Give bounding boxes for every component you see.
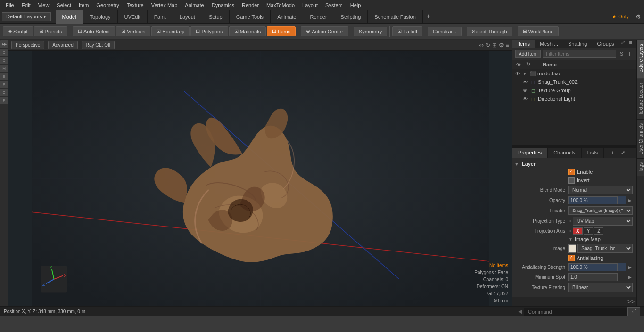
expand-bottom-icon[interactable]: >> [627, 298, 635, 305]
auto-select-button[interactable]: ⊡ Auto Select [73, 26, 115, 36]
panel-options-icon[interactable]: ≡ [627, 40, 634, 48]
projection-axis-radio[interactable]: ⚬ [568, 228, 572, 234]
item-name-snag[interactable]: Snag_Trunk_002 [538, 79, 635, 85]
visibility-icon-snag[interactable]: 👁 [522, 79, 528, 85]
materials-button[interactable]: ⊡ Materials [229, 26, 266, 36]
list-item-snag[interactable]: 👁 ◻ Snag_Trunk_002 [512, 78, 636, 86]
mode-tab-setup[interactable]: Setup [202, 10, 230, 24]
tab-shading[interactable]: Shading [563, 40, 592, 48]
advanced-button[interactable]: Advanced [48, 41, 77, 49]
visibility-icon-light[interactable]: 👁 [522, 96, 528, 102]
min-spot-input[interactable] [568, 273, 618, 281]
axis-y-button[interactable]: Y [584, 227, 594, 235]
sidebar-icon-1[interactable]: ▶▶ [0, 40, 8, 48]
visibility-icon-modo[interactable]: 👁 [514, 70, 521, 77]
viewport-icon-rotate[interactable]: ↻ [486, 42, 490, 49]
blend-mode-select[interactable]: Normal Additive Multiply [568, 186, 633, 194]
image-map-toggle[interactable]: ▼ [568, 237, 573, 242]
presets-button[interactable]: ⊞ Presets [34, 26, 67, 36]
projection-type-radio[interactable]: ⚬ [568, 219, 572, 224]
vtab-tags[interactable]: Tags [637, 158, 644, 176]
add-mode-button[interactable]: + [423, 10, 434, 24]
mode-tab-scripting[interactable]: Scripting [334, 10, 368, 24]
action-center-button[interactable]: ⊕ Action Center [301, 26, 348, 36]
tab-items[interactable]: Items [512, 40, 535, 48]
vtab-texture-layers[interactable]: Texture Layers [637, 40, 644, 79]
select-through-button[interactable]: Select Through [467, 27, 512, 36]
min-spot-arrow[interactable]: ▶ [627, 275, 633, 280]
aa-strength-input[interactable] [568, 263, 618, 271]
sidebar-icon-8[interactable]: F [0, 97, 8, 104]
viewport-icon-fit[interactable]: ⊞ [492, 42, 497, 49]
tab-channels[interactable]: Channels [548, 148, 581, 158]
constraints-button[interactable]: Constrai... [428, 27, 462, 36]
items-button[interactable]: ⊡ Items [267, 26, 296, 36]
sidebar-icon-5[interactable]: E [0, 73, 8, 80]
sculpt-button[interactable]: ◈ Sculpt [3, 26, 33, 36]
axis-z-button[interactable]: Z [594, 227, 603, 235]
mode-tab-gametools[interactable]: Game Tools [230, 10, 271, 24]
filter-items-input[interactable] [543, 50, 616, 58]
menu-texture[interactable]: Texture [123, 1, 148, 9]
opacity-arrow[interactable]: ▶ [627, 198, 633, 203]
tab-properties[interactable]: Properties [512, 148, 548, 158]
props-expand-icon[interactable]: ⤢ [618, 148, 628, 158]
menu-geometry[interactable]: Geometry [92, 1, 123, 9]
items-list[interactable]: 👁 ▼ ⬛ modo.bxo 👁 ◻ Snag_Trunk_002 👁 [512, 69, 636, 145]
menu-select[interactable]: Select [53, 1, 75, 9]
boundary-button[interactable]: ⊡ Boundary [151, 26, 190, 36]
mode-tab-layout[interactable]: Layout [173, 10, 202, 24]
sidebar-icon-4[interactable]: M [0, 65, 8, 72]
sidebar-icon-6[interactable]: P [0, 81, 8, 88]
mode-tab-model[interactable]: Model [56, 10, 83, 24]
viewport-icon-menu[interactable]: ≡ [506, 42, 509, 49]
layer-toggle-arrow[interactable]: ▼ [514, 162, 519, 167]
eye-toggle-all[interactable]: 👁 [514, 61, 523, 68]
layout-dropdown[interactable]: Default Layouts ▾ [2, 12, 51, 21]
symmetry-button[interactable]: Symmetry [354, 27, 388, 36]
list-item-texture-group[interactable]: 👁 ◻ Texture Group [512, 86, 636, 95]
menu-system[interactable]: System [322, 1, 347, 9]
viewport[interactable]: Perspective Advanced Ray GL: Off ⇔ ↻ ⊞ ⚙… [8, 40, 512, 306]
menu-layout[interactable]: Layout [298, 1, 322, 9]
command-exec-button[interactable]: ⏎ [627, 307, 640, 316]
expand-arrow-modo[interactable]: ▼ [522, 71, 527, 76]
menu-maxtomodo[interactable]: MaxToModo [263, 1, 298, 9]
mode-tab-animate[interactable]: Animate [271, 10, 303, 24]
viewport-canvas[interactable]: X Y Z No Items Polygons : Face Channels:… [8, 51, 512, 306]
viewport-icon-arrows[interactable]: ⇔ [479, 42, 484, 49]
command-input[interactable] [524, 308, 627, 316]
vertices-button[interactable]: ⊡ Vertices [116, 26, 150, 36]
bottom-arrow-left[interactable]: ◀ [516, 308, 524, 315]
menu-item[interactable]: Item [75, 1, 92, 9]
enable-checkbox[interactable] [568, 169, 575, 175]
workplane-button[interactable]: ⊞ WorkPlane [518, 26, 559, 36]
props-menu-icon[interactable]: ≡ [628, 148, 636, 158]
falloff-button[interactable]: ⊡ Falloff [392, 26, 422, 36]
menu-edit[interactable]: Edit [18, 1, 34, 9]
polygons-button[interactable]: ⊡ Polygons [190, 26, 228, 36]
vtab-user-channels[interactable]: User Channels [637, 119, 644, 158]
gear-icon[interactable]: ⚙ [633, 13, 644, 20]
menu-view[interactable]: View [34, 1, 53, 9]
expand-icon[interactable]: ⤢ [619, 40, 627, 48]
menu-dynamics[interactable]: Dynamics [208, 1, 238, 9]
mode-tab-render[interactable]: Render [303, 10, 334, 24]
tab-mesh[interactable]: Mesh ... [535, 40, 563, 48]
refresh-icon[interactable]: ↻ [524, 61, 532, 68]
mode-tab-topology[interactable]: Topology [83, 10, 117, 24]
antialiasing-checkbox[interactable] [568, 255, 575, 261]
list-item-modo[interactable]: 👁 ▼ ⬛ modo.bxo [512, 69, 636, 78]
locator-select[interactable]: Snag_Trunk_ior (Image) (Tex ... [568, 206, 633, 215]
menu-vertex-map[interactable]: Vertex Map [148, 1, 182, 9]
item-name-texture[interactable]: Texture Group [538, 88, 635, 93]
image-swatch[interactable] [568, 244, 576, 253]
axis-x-button[interactable]: X [573, 227, 583, 235]
menu-animate[interactable]: Animate [181, 1, 207, 9]
projection-type-select[interactable]: UV Map Planar Cubic [573, 217, 633, 226]
viewport-icon-settings[interactable]: ⚙ [499, 42, 504, 49]
menu-help[interactable]: Help [347, 1, 365, 9]
perspective-button[interactable]: Perspective [11, 41, 44, 49]
list-item-light[interactable]: 👁 ◻ Directional Light [512, 95, 636, 103]
item-name-modo[interactable]: modo.bxo [537, 71, 635, 76]
